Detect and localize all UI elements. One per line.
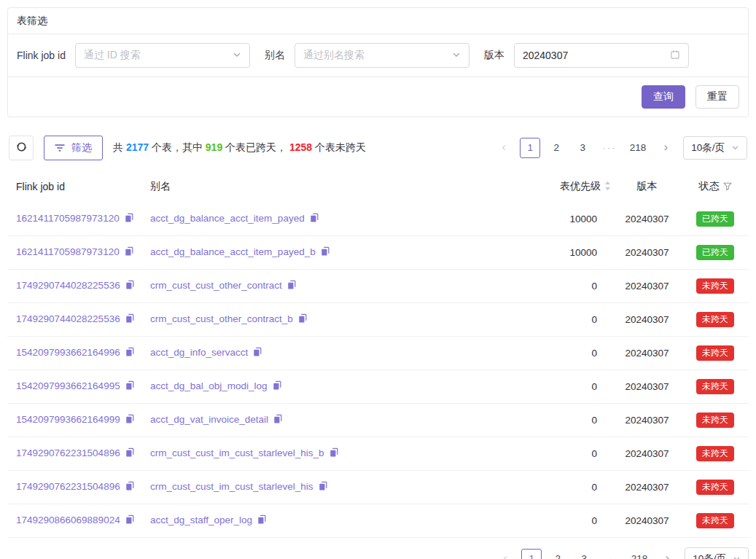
version-cell: 20240307 <box>612 303 682 337</box>
flink-job-id-link[interactable]: 1749290866069889024 <box>16 515 120 525</box>
flink-job-id-link[interactable]: 1749290744028225536 <box>16 313 120 324</box>
flink-job-id-link[interactable]: 1621411705987973120 <box>16 213 120 224</box>
page-size-select[interactable]: 10条/页 <box>683 136 747 160</box>
next-page-button[interactable]: › <box>657 549 677 559</box>
prev-page-button[interactable]: ‹ <box>494 138 514 158</box>
alias-link[interactable]: acct_dg_vat_invoice_detail <box>150 414 268 425</box>
copy-icon[interactable] <box>125 516 135 527</box>
page-button-3[interactable]: 3 <box>574 549 594 559</box>
flink-job-id-cell: 1621411705987973120 <box>7 203 150 236</box>
version-cell: 20240307 <box>612 236 682 270</box>
copy-icon[interactable] <box>287 281 297 292</box>
filter-funnel-icon[interactable] <box>723 181 732 193</box>
status-badge: 未跨天 <box>696 379 734 394</box>
table: Flink job id 别名 表优先级 版本 状态 1621411705987… <box>7 173 749 538</box>
filter-form-row: Flink job id 通过 ID 搜索 别名 通过别名搜索 <box>8 34 748 77</box>
status-badge: 未跨天 <box>696 278 734 294</box>
copy-icon[interactable] <box>125 415 135 426</box>
table-row: 1621411705987973120acct_dg_balance_acct_… <box>7 203 749 236</box>
alias-link[interactable]: crm_cust_cust_other_contract_b <box>150 313 293 324</box>
priority-cell: 0 <box>518 270 612 303</box>
priority-cell: 10000 <box>518 236 612 270</box>
copy-icon[interactable] <box>297 315 308 326</box>
status-cell: 未跨天 <box>682 471 749 504</box>
bottom-bar: ‹123···218›10条/页 <box>7 547 749 559</box>
copy-icon[interactable] <box>125 482 135 493</box>
copy-icon[interactable] <box>320 248 330 259</box>
filter-card-footer: 查询 重置 <box>8 77 748 117</box>
sort-icon[interactable] <box>604 181 611 193</box>
flink-job-id-link[interactable]: 1542097993662164999 <box>16 414 120 425</box>
alias-link[interactable]: acct_dg_staff_oper_log <box>150 515 252 525</box>
status-badge: 未跨天 <box>696 312 734 327</box>
next-page-button[interactable]: › <box>655 138 676 158</box>
page-button-1[interactable]: 1 <box>520 138 540 158</box>
page-button-2[interactable]: 2 <box>546 138 566 158</box>
version-field: 版本 <box>484 43 689 68</box>
alias-link[interactable]: acct_dg_info_servacct <box>150 347 248 358</box>
flink-job-id-link[interactable]: 1542097993662164995 <box>16 380 120 391</box>
alias-link[interactable]: acct_dg_balance_acct_item_payed_b <box>150 246 316 257</box>
refresh-button[interactable] <box>9 136 34 160</box>
version-date-value[interactable] <box>523 50 670 61</box>
alias-field: 别名 通过别名搜索 <box>265 43 469 68</box>
flink-job-id-link[interactable]: 1749290744028225536 <box>16 280 120 291</box>
status-cell: 未跨天 <box>682 303 749 337</box>
filter-toggle-button[interactable]: 筛选 <box>44 136 103 160</box>
priority-cell: 10000 <box>518 203 612 236</box>
copy-icon[interactable] <box>125 382 135 393</box>
copy-icon[interactable] <box>272 382 282 393</box>
page-size-label: 10条/页 <box>691 141 725 155</box>
table-row: 1749290762231504896crm_cust_cust_im_cust… <box>7 437 749 471</box>
page-button-3[interactable]: 3 <box>572 138 593 158</box>
toolbar: 筛选 共 2177 个表，其中 919 个表已跨天， 1258 个表未跨天 ‹1… <box>7 136 749 160</box>
copy-icon[interactable] <box>125 281 135 292</box>
version-cell: 20240307 <box>612 404 682 437</box>
query-button[interactable]: 查询 <box>642 85 685 109</box>
page-ellipsis: ··· <box>600 549 622 559</box>
page-button-218[interactable]: 218 <box>628 549 652 559</box>
copy-icon[interactable] <box>252 348 262 359</box>
status-badge: 未跨天 <box>696 480 734 495</box>
flink-job-id-link[interactable]: 1542097993662164996 <box>16 347 120 358</box>
flink-job-id-link[interactable]: 1749290762231504896 <box>16 447 120 458</box>
alias-cell: crm_cust_cust_other_contract <box>150 270 518 303</box>
alias-link[interactable]: acct_dg_balance_acct_item_payed <box>150 213 305 224</box>
alias-cell: acct_dg_balance_acct_item_payed_b <box>150 236 518 270</box>
copy-icon[interactable] <box>309 214 319 225</box>
copy-icon[interactable] <box>125 315 135 326</box>
alias-cell: acct_dg_bal_obj_modi_log <box>150 370 518 404</box>
alias-link[interactable]: crm_cust_cust_im_cust_starlevel_his <box>150 481 313 492</box>
copy-icon[interactable] <box>329 449 339 460</box>
priority-cell: 0 <box>518 437 612 471</box>
page-button-218[interactable]: 218 <box>626 138 650 158</box>
chevron-down-icon <box>233 50 241 61</box>
alias-cell: crm_cust_cust_other_contract_b <box>150 303 518 337</box>
alias-link[interactable]: crm_cust_cust_im_cust_starlevel_his_b <box>150 447 324 458</box>
alias-select[interactable]: 通过别名搜索 <box>295 43 469 68</box>
priority-cell: 0 <box>518 370 612 404</box>
copy-icon[interactable] <box>318 482 328 493</box>
flink-job-id-select[interactable]: 通过 ID 搜索 <box>75 43 250 68</box>
alias-label: 别名 <box>265 49 285 62</box>
page-size-select[interactable]: 10条/页 <box>685 547 749 559</box>
prev-page-button[interactable]: ‹ <box>495 549 515 559</box>
flink-job-id-link[interactable]: 1749290762231504896 <box>16 481 120 492</box>
copy-icon[interactable] <box>124 214 134 225</box>
copy-icon[interactable] <box>125 348 135 359</box>
reset-button[interactable]: 重置 <box>695 85 739 109</box>
filter-lines-icon <box>55 142 65 154</box>
version-date-input[interactable] <box>514 43 689 68</box>
page-button-1[interactable]: 1 <box>521 549 542 559</box>
flink-job-id-label: Flink job id <box>17 50 66 61</box>
copy-icon[interactable] <box>125 449 135 460</box>
copy-icon[interactable] <box>257 516 267 527</box>
flink-job-id-link[interactable]: 1621411705987973120 <box>16 246 120 257</box>
page-button-2[interactable]: 2 <box>547 549 568 559</box>
alias-link[interactable]: crm_cust_cust_other_contract <box>150 280 282 291</box>
col-status: 状态 <box>682 173 749 203</box>
copy-icon[interactable] <box>124 248 134 259</box>
copy-icon[interactable] <box>273 415 283 426</box>
alias-link[interactable]: acct_dg_bal_obj_modi_log <box>150 380 268 391</box>
status-badge: 未跨天 <box>696 345 734 361</box>
